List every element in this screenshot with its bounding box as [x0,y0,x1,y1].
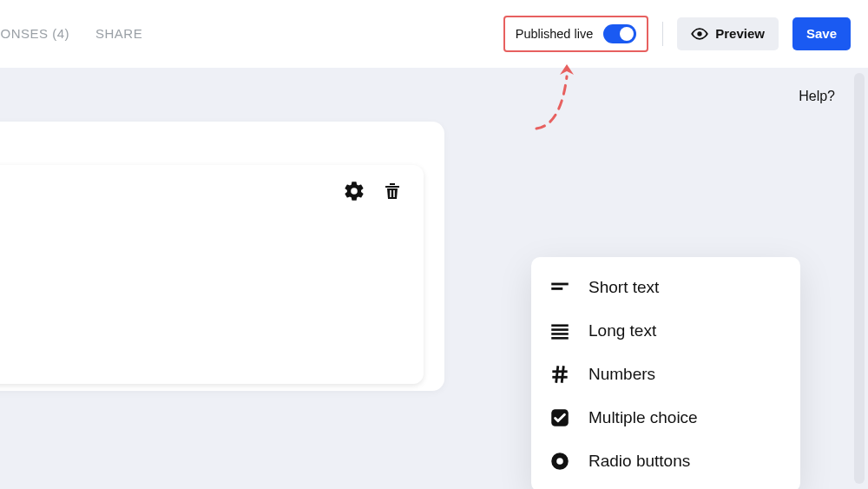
svg-point-0 [698,31,702,36]
svg-rect-2 [393,190,395,197]
help-link[interactable]: Help? [799,89,835,104]
scrollbar[interactable] [854,73,865,484]
type-item-label: Short text [589,278,659,297]
field-actions [342,181,404,205]
type-item-label: Numbers [589,365,655,384]
svg-point-15 [556,458,563,465]
svg-rect-4 [551,287,562,290]
field-type-menu: Short text Long text [531,257,800,489]
svg-rect-1 [390,190,391,197]
tab-share[interactable]: SHARE [95,26,142,41]
arrow-annotation-icon [519,59,597,146]
type-item-numbers[interactable]: Numbers [531,353,800,396]
checkbox-icon [549,406,571,429]
svg-line-11 [556,366,558,383]
field-delete-button[interactable] [380,181,404,205]
type-item-multiple-choice[interactable]: Multiple choice [531,396,800,439]
topbar: PONSES (4) SHARE Published live Preview … [0,0,868,68]
svg-line-12 [562,366,563,383]
trash-icon [382,180,403,206]
radio-icon [549,450,571,472]
svg-rect-5 [551,324,569,327]
publish-toggle[interactable] [603,24,636,43]
type-item-short-text[interactable]: Short text [531,266,800,309]
gear-icon [343,180,365,206]
publish-label: Published live [516,27,593,41]
topbar-actions: Published live Preview Save [503,16,851,52]
type-item-label: Radio buttons [589,452,690,471]
topbar-tabs: PONSES (4) SHARE [0,26,142,41]
preview-button-label: Preview [715,26,765,41]
svg-rect-8 [551,337,569,340]
svg-rect-6 [551,328,569,331]
svg-rect-3 [551,283,569,286]
tab-responses[interactable]: PONSES (4) [0,26,69,41]
publish-status-box: Published live [503,16,648,52]
save-button-label: Save [806,26,837,41]
type-item-radio-buttons[interactable]: Radio buttons [531,439,800,483]
hash-icon [549,363,571,386]
divider [662,22,663,46]
field-settings-button[interactable] [342,181,366,205]
svg-rect-7 [551,333,569,335]
long-text-icon [549,320,571,342]
workspace: Help? [0,68,868,489]
type-item-long-text[interactable]: Long text [531,309,800,353]
form-field-card[interactable] [0,165,424,384]
type-item-label: Long text [589,321,656,340]
save-button[interactable]: Save [792,17,851,50]
type-item-label: Multiple choice [589,408,698,427]
eye-icon [691,25,708,43]
preview-button[interactable]: Preview [677,17,779,50]
short-text-icon [549,276,571,299]
form-card [0,122,444,391]
